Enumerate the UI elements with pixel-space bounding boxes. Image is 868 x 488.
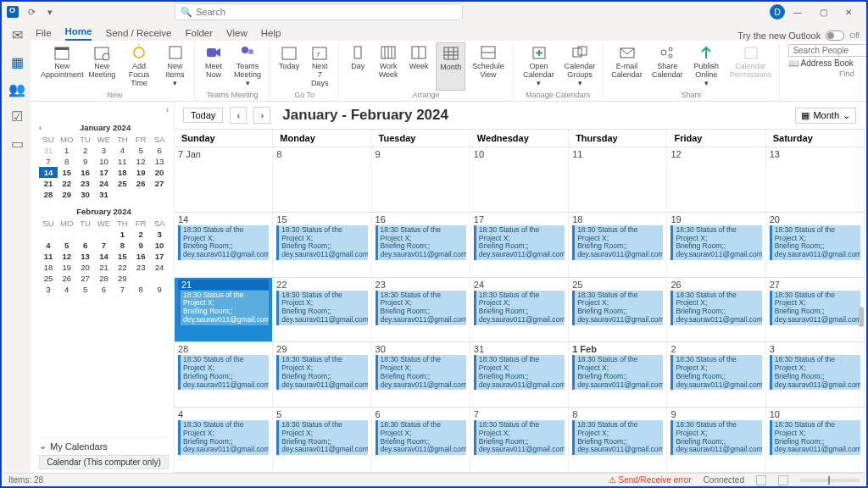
calendar-cell[interactable]: 13: [766, 147, 865, 212]
calendar-cell[interactable]: 2318:30 Status of the Project X;Briefing…: [372, 278, 470, 342]
minimize-button[interactable]: —: [785, 3, 810, 21]
refresh-icon[interactable]: ⟳: [25, 6, 37, 18]
zoom-slider[interactable]: [800, 479, 860, 482]
calendar-event[interactable]: 18:30 Status of the Project X;Briefing R…: [276, 355, 367, 390]
calendar-cell[interactable]: 1518:30 Status of the Project X;Briefing…: [273, 213, 371, 277]
calendar-event[interactable]: 18:30 Status of the Project X;Briefing R…: [770, 225, 860, 260]
tab-file[interactable]: File: [36, 28, 52, 41]
calendar-event[interactable]: 18:30 Status of the Project X;Briefing R…: [572, 420, 663, 455]
mini-calendar-january[interactable]: ‹January 2024 SUMOTUWETHFRSA311234567891…: [39, 121, 169, 200]
calendar-event[interactable]: 18:30 Status of the Project X;Briefing R…: [770, 355, 860, 390]
calendar-cell[interactable]: 12: [667, 147, 765, 212]
calendar-cell[interactable]: 2218:30 Status of the Project X;Briefing…: [273, 278, 371, 342]
calendar-event[interactable]: 18:30 Status of the Project X;Briefing R…: [178, 225, 269, 260]
calendar-cell[interactable]: 718:30 Status of the Project X;Briefing …: [470, 408, 569, 472]
search-input[interactable]: [196, 5, 457, 19]
tab-send-receive[interactable]: Send / Receive: [105, 28, 171, 41]
teams-meeting-button[interactable]: TeamsMeeting ▾: [231, 42, 264, 91]
search-box[interactable]: 🔍: [175, 3, 463, 20]
status-error[interactable]: ⚠ Send/Receive error: [609, 475, 692, 485]
calendar-cell[interactable]: 7 Jan: [175, 147, 273, 212]
calendar-cell[interactable]: 3018:30 Status of the Project X;Briefing…: [372, 342, 470, 407]
publish-online-button[interactable]: PublishOnline ▾: [689, 42, 724, 91]
open-calendar-button[interactable]: OpenCalendar ▾: [519, 42, 559, 91]
calendar-event[interactable]: 18:30 Status of the Project X;Briefing R…: [474, 225, 565, 260]
calendar-icon[interactable]: ▦: [9, 54, 25, 69]
schedule-view-button[interactable]: ScheduleView: [469, 42, 508, 91]
today-nav-button[interactable]: Today: [183, 108, 223, 123]
calendar-event[interactable]: 18:30 Status of the Project X;Briefing R…: [474, 291, 565, 325]
new-appointment-button[interactable]: NewAppointment: [41, 42, 84, 91]
email-calendar-button[interactable]: E-mailCalendar: [609, 42, 646, 91]
calendar-event[interactable]: 18:30 Status of the Project X;Briefing R…: [670, 355, 761, 390]
calendar-cell[interactable]: 218:30 Status of the Project X;Briefing …: [667, 342, 765, 407]
view-selector[interactable]: ▦ Month ⌄: [795, 108, 856, 124]
calendar-groups-button[interactable]: CalendarGroups ▾: [562, 42, 597, 91]
calendar-event[interactable]: 18:30 Status of the Project X;Briefing R…: [178, 420, 269, 455]
month-view-button[interactable]: Month: [436, 42, 465, 91]
calendar-cell[interactable]: 1018:30 Status of the Project X;Briefing…: [766, 408, 865, 472]
calendar-cell[interactable]: 1618:30 Status of the Project X;Briefing…: [372, 213, 470, 277]
calendar-cell[interactable]: 2818:30 Status of the Project X;Briefing…: [175, 342, 273, 407]
calendar-event[interactable]: 18:30 Status of the Project X;Briefing R…: [276, 225, 367, 260]
calendar-event[interactable]: 18:30 Status of the Project X;Briefing R…: [572, 225, 663, 260]
calendar-cell[interactable]: 2918:30 Status of the Project X;Briefing…: [273, 342, 371, 407]
share-calendar-button[interactable]: ShareCalendar: [648, 42, 686, 91]
calendar-event[interactable]: 18:30 Status of the Project X;Briefing R…: [572, 355, 663, 390]
view-reading-icon[interactable]: [778, 475, 788, 485]
calendar-event[interactable]: 18:30 Status of the Project X;Briefing R…: [670, 225, 761, 260]
mail-icon[interactable]: ✉: [9, 27, 25, 42]
new-items-button[interactable]: NewItems ▾: [161, 42, 189, 91]
calendar-cell[interactable]: 2118:30 Status of the Project X;Briefing…: [175, 278, 273, 342]
calendar-cell[interactable]: 818:30 Status of the Project X;Briefing …: [569, 408, 667, 472]
add-focus-time-button[interactable]: Add FocusTime: [120, 42, 158, 91]
tab-folder[interactable]: Folder: [185, 28, 213, 41]
mini-calendar-february[interactable]: February 2024 SUMOTUWETHFRSA123456789101…: [39, 205, 169, 295]
search-people-input[interactable]: [788, 44, 868, 57]
view-normal-icon[interactable]: [756, 475, 766, 485]
calendar-event[interactable]: 18:30 Status of the Project X;Briefing R…: [376, 225, 466, 260]
close-button[interactable]: ✕: [836, 3, 861, 21]
maximize-button[interactable]: ▢: [810, 3, 836, 21]
calendar-event[interactable]: 18:30 Status of the Project X;Briefing R…: [770, 291, 860, 325]
user-avatar[interactable]: D: [770, 4, 785, 19]
calendar-cell[interactable]: 1 Feb18:30 Status of the Project X;Brief…: [569, 342, 667, 407]
calendar-item[interactable]: Calendar (This computer only): [39, 455, 169, 469]
try-new-outlook[interactable]: Try the new Outlook Off: [737, 30, 860, 41]
calendar-cell[interactable]: 1718:30 Status of the Project X;Briefing…: [470, 213, 569, 277]
calendar-cell[interactable]: 1818:30 Status of the Project X;Briefing…: [569, 213, 667, 277]
calendar-cell[interactable]: 3118:30 Status of the Project X;Briefing…: [470, 342, 569, 407]
calendar-event[interactable]: 18:30 Status of the Project X;Briefing R…: [670, 420, 761, 455]
calendar-event[interactable]: 18:30 Status of the Project X;Briefing R…: [376, 291, 466, 325]
calendar-event[interactable]: 18:30 Status of the Project X;Briefing R…: [376, 355, 466, 390]
tab-view[interactable]: View: [226, 28, 248, 41]
calendar-cell[interactable]: 2518:30 Status of the Project X;Briefing…: [569, 278, 667, 342]
day-view-button[interactable]: Day: [344, 42, 371, 91]
week-view-button[interactable]: Week: [405, 42, 432, 91]
calendar-cell[interactable]: 9: [372, 147, 470, 212]
calendar-event[interactable]: 18:30 Status of the Project X;Briefing R…: [474, 355, 565, 390]
calendar-cell[interactable]: 618:30 Status of the Project X;Briefing …: [372, 408, 470, 472]
calendar-cell[interactable]: 2718:30 Status of the Project X;Briefing…: [766, 278, 865, 342]
calendar-cell[interactable]: 2418:30 Status of the Project X;Briefing…: [470, 278, 569, 342]
my-calendars-toggle[interactable]: ⌄My Calendars: [39, 441, 169, 452]
calendar-event[interactable]: 18:30 Status of the Project X;Briefing R…: [572, 291, 663, 325]
calendar-cell[interactable]: 318:30 Status of the Project X;Briefing …: [766, 342, 865, 407]
address-book-button[interactable]: 📖 Address Book: [788, 58, 868, 68]
scrollbar-thumb[interactable]: [859, 307, 864, 327]
calendar-cell[interactable]: 2018:30 Status of the Project X;Briefing…: [766, 213, 865, 277]
tasks-icon[interactable]: ☑: [9, 108, 25, 124]
next-7-days-button[interactable]: 7Next 7Days: [306, 42, 333, 91]
today-button[interactable]: Today: [275, 42, 303, 91]
calendar-event[interactable]: 18:30 Status of the Project X;Briefing R…: [670, 291, 761, 325]
next-period-button[interactable]: ›: [253, 107, 270, 124]
prev-period-button[interactable]: ‹: [230, 107, 247, 124]
calendar-event[interactable]: 18:30 Status of the Project X;Briefing R…: [276, 291, 367, 325]
calendar-cell[interactable]: 1418:30 Status of the Project X;Briefing…: [175, 213, 273, 277]
calendar-event[interactable]: 18:30 Status of the Project X;Briefing R…: [474, 420, 565, 455]
calendar-cell[interactable]: 2618:30 Status of the Project X;Briefing…: [667, 278, 765, 342]
calendar-event[interactable]: 18:30 Status of the Project X;Briefing R…: [376, 420, 466, 455]
dropdown-icon[interactable]: ▾: [44, 6, 56, 18]
people-icon[interactable]: 👥: [9, 81, 25, 97]
calendar-event[interactable]: 18:30 Status of the Project X;Briefing R…: [178, 291, 269, 325]
